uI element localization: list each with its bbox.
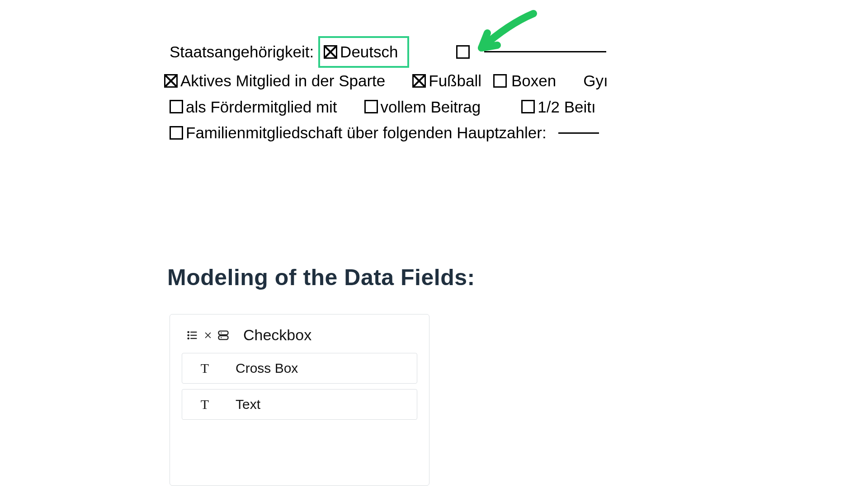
server-icon [217, 329, 230, 342]
checkbox-halber-beitrag[interactable] [521, 100, 535, 113]
svg-point-10 [221, 332, 222, 333]
field-label: Cross Box [227, 361, 417, 376]
page: Staatsangehörigkeit: Deutsch Aktives Mit… [0, 0, 868, 488]
checkbox-nationality-other[interactable] [456, 45, 470, 59]
checkbox-familie[interactable] [170, 126, 183, 140]
checkbox-boxen-label: Boxen [511, 68, 556, 94]
field-label: Text [227, 397, 417, 412]
checkbox-foerdermitglied-label: als Fördermitglied mit [186, 94, 337, 120]
checkbox-familie-label: Familienmitgliedschaft über folgenden Ha… [186, 120, 547, 146]
blank-nationality-other[interactable] [484, 51, 606, 52]
text-type-icon: T [191, 397, 218, 412]
card-header-icons [186, 329, 230, 342]
checkbox-active-member-label: Aktives Mitglied in der Sparte [180, 68, 385, 94]
list-icon [186, 329, 199, 342]
checkbox-fussball-label: Fußball [429, 68, 481, 94]
blank-hauptzahler[interactable] [558, 132, 599, 134]
x-icon [203, 331, 212, 340]
form-row-foerdermitglied: als Fördermitglied mit vollem Beitrag 1/… [170, 94, 685, 120]
field-row-cross-box[interactable]: T Cross Box [182, 353, 417, 384]
form-row-nationality: Staatsangehörigkeit: Deutsch [170, 36, 685, 68]
text-type-icon: T [191, 361, 218, 376]
form-excerpt: Staatsangehörigkeit: Deutsch Aktives Mit… [170, 36, 685, 146]
modeling-card: Checkbox T Cross Box T Text [170, 314, 429, 486]
checkbox-voller-beitrag-label: vollem Beitrag [381, 94, 481, 120]
field-row-text[interactable]: T Text [182, 389, 417, 420]
svg-point-0 [188, 331, 189, 332]
checkbox-boxen[interactable] [493, 74, 507, 88]
svg-rect-8 [219, 331, 228, 334]
highlight-deutsch: Deutsch [318, 36, 409, 68]
checkbox-voller-beitrag[interactable] [364, 100, 378, 113]
card-header: Checkbox [182, 326, 417, 344]
checkbox-deutsch[interactable] [324, 45, 337, 59]
nationality-label: Staatsangehörigkeit: [170, 39, 314, 65]
svg-point-4 [188, 338, 189, 338]
checkbox-deutsch-label: Deutsch [340, 39, 398, 65]
checkbox-fussball[interactable] [412, 74, 426, 88]
svg-rect-9 [219, 336, 228, 339]
section-heading: Modeling of the Data Fields: [167, 264, 475, 291]
checkbox-active-member[interactable] [164, 74, 178, 88]
form-row-familienmitgliedschaft: Familienmitgliedschaft über folgenden Ha… [170, 120, 685, 146]
svg-point-11 [221, 337, 222, 338]
checkbox-foerdermitglied[interactable] [170, 100, 183, 113]
form-row-active-member: Aktives Mitglied in der Sparte Fußball B… [164, 68, 685, 94]
checkbox-halber-beitrag-label: 1/2 Beitı [538, 94, 595, 120]
label-gy-truncated: Gyı [583, 68, 608, 94]
card-title: Checkbox [243, 326, 311, 344]
svg-point-2 [188, 334, 189, 335]
